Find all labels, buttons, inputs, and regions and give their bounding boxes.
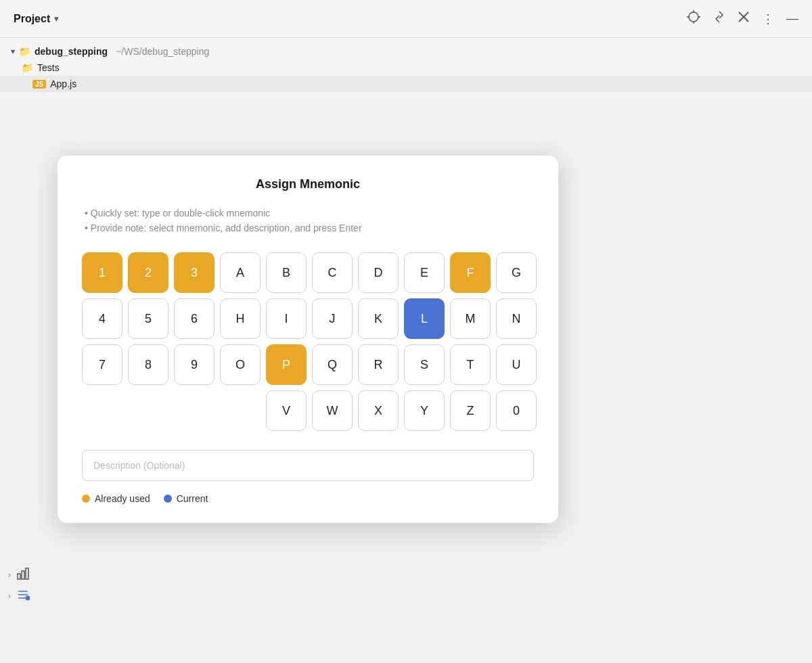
key-J[interactable]: J (312, 298, 353, 339)
key-E[interactable]: E (404, 252, 445, 293)
key-Q[interactable]: Q (312, 344, 353, 385)
modal-title: Assign Mnemonic (82, 177, 534, 191)
key-1[interactable]: 1 (82, 252, 122, 293)
current-label: Current (177, 493, 208, 504)
sidebar-list-row[interactable]: › (8, 588, 30, 603)
key-R[interactable]: R (358, 344, 399, 385)
key-M[interactable]: M (450, 298, 491, 339)
key-T[interactable]: T (450, 344, 491, 385)
expand-list-arrow[interactable]: › (8, 591, 11, 601)
tests-label: Tests (37, 62, 60, 73)
key-C[interactable]: C (312, 252, 353, 293)
key-Z[interactable]: Z (450, 390, 491, 431)
root-folder-icon: 📁 (19, 46, 30, 57)
root-folder-path: ~/WS/debug_stepping (116, 46, 209, 57)
root-folder-name: debug_stepping (35, 46, 108, 57)
key-2[interactable]: 2 (128, 252, 168, 293)
key-5[interactable]: 5 (128, 298, 168, 339)
key-H[interactable]: H (220, 298, 261, 339)
svg-rect-8 (22, 571, 24, 579)
key-U[interactable]: U (496, 344, 537, 385)
key-empty-3-1 (128, 390, 168, 431)
key-Y[interactable]: Y (404, 390, 445, 431)
svg-point-13 (26, 596, 30, 601)
crosshair-icon[interactable] (686, 9, 701, 28)
key-O[interactable]: O (220, 344, 261, 385)
legend-current: Current (164, 493, 208, 504)
project-chevron[interactable]: ▾ (54, 14, 59, 24)
used-dot (82, 495, 90, 503)
used-label: Already used (95, 493, 150, 504)
tree-tests-row[interactable]: 📁 Tests (0, 60, 812, 76)
description-input[interactable] (82, 450, 534, 481)
minimize-icon[interactable]: — (786, 12, 798, 26)
key-9[interactable]: 9 (174, 344, 215, 385)
key-0[interactable]: 0 (496, 390, 537, 431)
legend-used: Already used (82, 493, 150, 504)
key-6[interactable]: 6 (174, 298, 215, 339)
more-icon[interactable]: ⋮ (762, 12, 774, 26)
key-I[interactable]: I (266, 298, 307, 339)
key-X[interactable]: X (358, 390, 399, 431)
key-4[interactable]: 4 (82, 298, 122, 339)
top-bar: Project ▾ ⋮ (0, 0, 812, 38)
svg-rect-7 (18, 574, 20, 579)
top-bar-left: Project ▾ (14, 13, 59, 25)
tests-folder-icon: 📁 (22, 62, 33, 73)
close-icon[interactable] (738, 11, 750, 26)
key-empty-3-2 (174, 390, 215, 431)
top-bar-right: ⋮ — (686, 9, 798, 28)
key-8[interactable]: 8 (128, 344, 168, 385)
js-badge: JS (32, 80, 46, 89)
expand-icon[interactable] (713, 10, 725, 27)
key-P[interactable]: P (266, 344, 307, 385)
instruction-1: Quickly set: type or double-click mnemon… (82, 208, 534, 219)
svg-point-0 (689, 12, 698, 22)
key-G[interactable]: G (496, 252, 537, 293)
file-tree: ▾ 📁 debug_stepping ~/WS/debug_stepping 📁… (0, 38, 812, 97)
tree-appjs-row[interactable]: JS App.js (0, 76, 812, 92)
list-icon[interactable] (16, 588, 30, 603)
sidebar-chart-row[interactable]: › (8, 567, 30, 582)
key-N[interactable]: N (496, 298, 537, 339)
key-V[interactable]: V (266, 390, 307, 431)
key-7[interactable]: 7 (82, 344, 122, 385)
key-empty-3-3 (220, 390, 261, 431)
collapse-arrow[interactable]: ▾ (11, 47, 15, 56)
sidebar-bottom: › › (0, 562, 38, 609)
project-title[interactable]: Project (14, 13, 50, 25)
key-grid: 123ABCDEFG456HIJKLMN789OPQRSTUVWXYZ0 (82, 252, 534, 431)
key-F[interactable]: F (450, 252, 491, 293)
legend: Already used Current (82, 493, 534, 504)
key-D[interactable]: D (358, 252, 399, 293)
key-A[interactable]: A (220, 252, 261, 293)
key-K[interactable]: K (358, 298, 399, 339)
chart-icon[interactable] (16, 567, 30, 582)
svg-rect-9 (26, 568, 28, 579)
assign-mnemonic-modal: Assign Mnemonic Quickly set: type or dou… (58, 156, 558, 523)
tree-root-row[interactable]: ▾ 📁 debug_stepping ~/WS/debug_stepping (0, 43, 812, 60)
appjs-label: App.js (50, 78, 76, 89)
instruction-2: Provide note: select mnemonic, add descr… (82, 223, 534, 233)
key-L[interactable]: L (404, 298, 445, 339)
key-empty-3-0 (82, 390, 122, 431)
key-B[interactable]: B (266, 252, 307, 293)
key-W[interactable]: W (312, 390, 353, 431)
modal-instructions: Quickly set: type or double-click mnemon… (82, 208, 534, 233)
key-3[interactable]: 3 (174, 252, 215, 293)
key-S[interactable]: S (404, 344, 445, 385)
expand-sidebar-arrow[interactable]: › (8, 570, 11, 580)
current-dot (164, 495, 172, 503)
